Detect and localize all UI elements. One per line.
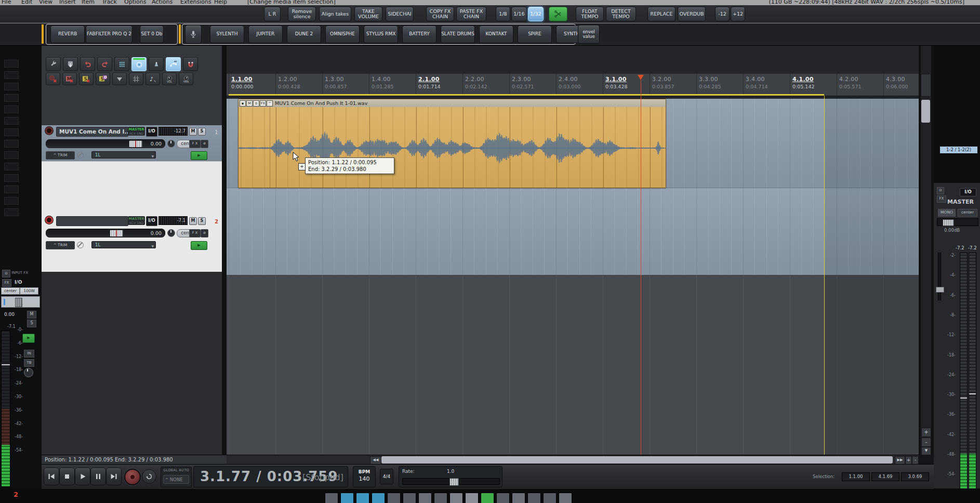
dock-button[interactable] [325,493,338,503]
io-button[interactable]: I/O [960,188,976,196]
route-button[interactable]: MASTER RCV SND [128,216,145,225]
width-box[interactable]: 100W [20,287,38,295]
fx-button[interactable]: FX [2,279,11,287]
menu-edit[interactable]: Edit [21,0,32,5]
toolbar-button-float-tempo[interactable]: FLOAT TEMPO [576,7,604,21]
fx-preset-jupiter[interactable]: JUPITER [248,25,283,43]
monitor-button[interactable]: ▶ [22,334,35,343]
toolbar-button-replace[interactable]: REPLACE [647,7,676,21]
toolbar-button-1-8[interactable]: 1/8 [496,7,510,21]
global-automation[interactable]: GLOBAL AUTO ^ NONE [161,467,192,487]
sync-icon-button[interactable] [131,57,147,71]
wrench-icon-button[interactable] [46,57,61,71]
menu-actions[interactable]: Actions [152,0,173,5]
stop-button[interactable] [59,468,75,485]
solo-button[interactable]: S [27,320,36,327]
panel-divider[interactable] [222,45,227,455]
fx-preset-stylus-rmx[interactable]: STYLUS RMX [364,25,398,43]
toolbar-button-overdub[interactable]: OVERDUB [678,7,706,21]
pan-knob[interactable] [167,140,175,148]
mini-track-slot[interactable] [4,197,19,205]
trim-button[interactable]: ^ TRIM [46,241,75,249]
strip-fader[interactable] [1,296,40,308]
toolbar-button-align-takes[interactable]: Align takes [319,7,351,21]
mic-button[interactable] [185,25,202,44]
grid-small-icon-button[interactable] [129,73,143,85]
item-button-4[interactable]: ^ [267,100,273,107]
dock-button[interactable] [481,493,494,503]
fader-thumb[interactable] [943,219,954,226]
io-label[interactable]: I/O [15,280,22,285]
fx-preset-omnisphe[interactable]: OMNISPHE [325,25,360,43]
arrange-view[interactable]: 1.1.000:00.0001.2.000:00.4281.3.000:00.8… [227,45,919,455]
item-button-2[interactable]: ≡ [253,100,259,107]
time-signature[interactable]: 4/4 [380,469,393,484]
menu-track[interactable]: Track [102,0,117,5]
hzoom-out-button[interactable]: - [912,456,919,465]
ruler-tick[interactable]: 3.2.000:03.857 [650,74,696,96]
ruler-tick[interactable]: 4.3.000:06.000 [883,74,919,96]
ruler-tick[interactable]: 1.4.000:01.285 [369,74,415,96]
mini-track-slot[interactable] [4,163,19,170]
media-item-header[interactable]: ▪M≡FX^ MUV1 Come On And Push It 1-01.wav [239,99,666,107]
time-selection-bar[interactable] [229,94,824,96]
toolbar-button--12[interactable]: -12 [715,7,730,21]
toolbar-button-1-16[interactable]: 1/16 [511,7,527,21]
envelope-points-icon-button[interactable] [166,57,181,71]
dock-button[interactable] [559,493,572,503]
redo-icon-button[interactable] [97,57,112,71]
grid-icon-button[interactable] [114,57,129,71]
ruler-tick[interactable]: 2.1.000:01.714 [416,74,462,96]
toolbar-button-copy-fx-chain[interactable]: COPY FX CHAIN [426,7,454,21]
toolbar-button-paste-fx-chain[interactable]: PASTE FX CHAIN [456,7,486,21]
dock-button[interactable] [543,493,557,503]
ruler-corner-button[interactable] [921,74,931,97]
volume-fader[interactable]: 0.00 [46,229,165,237]
solo-button[interactable]: S [198,217,206,225]
menu-options[interactable]: Options [124,0,146,5]
fx-preset-dune-2[interactable]: DUNE 2 [287,25,321,43]
fx-button[interactable]: FX [937,195,946,203]
ruler-tick[interactable]: 3.4.000:04.714 [743,74,789,96]
vertical-scrollbar[interactable]: + - ▼ [921,45,931,455]
ruler-tick[interactable]: 4.2.000:05.571 [837,74,883,96]
track-2-lane[interactable] [227,188,919,275]
route-button[interactable]: MASTER RCV SND [128,127,145,136]
mono-button[interactable]: MONO [938,209,956,217]
bpm-box[interactable]: BPM 140 [353,466,376,487]
menu-extensions[interactable]: Extensions [180,0,211,5]
scissors-button[interactable] [549,7,567,21]
record-arm-button[interactable] [45,127,53,135]
slider-thumb[interactable] [936,287,944,293]
item-button-1[interactable]: M [246,100,253,107]
rate-slider[interactable] [402,478,500,485]
mini-track-slot[interactable] [4,208,19,216]
rate-thumb[interactable] [449,478,459,486]
fx-preset-spire[interactable]: SPIRE [518,25,552,43]
toolbar-button-take-volume[interactable]: TAKE VOLUME [354,7,382,21]
pan-knob-icon-button[interactable]: PAN [179,73,193,85]
volume-fader[interactable]: 0.00 [46,139,165,148]
fx-preset-kontakt[interactable]: KONTAKT [479,25,513,43]
ruler-tick[interactable]: 1.1.000:00.000 [229,74,275,96]
rate-panel[interactable]: Rate: 1.0 [399,466,502,487]
menu-help[interactable]: Help [214,0,227,5]
talkback-button[interactable]: TB [24,359,34,367]
import-icon-button[interactable] [63,57,78,71]
mini-track-slot[interactable] [4,60,19,68]
ruler-tick[interactable]: 4.1.000:05.142 [790,74,836,96]
toolbar-button-remove-silence[interactable]: Remove silence [288,7,316,21]
fx-preset-set-0-db[interactable]: SET 0 Db [140,25,164,43]
zoom-out-button[interactable]: - [921,438,931,447]
go-to-start-button[interactable] [44,468,59,485]
input-select[interactable]: 1L [91,241,156,248]
envelope-value-button[interactable]: envel value [578,25,600,44]
mute-clear-icon-button[interactable]: M [62,73,77,85]
hardware-output-label[interactable]: 1-2 / 1-2(2) [940,147,977,153]
menu-view[interactable]: View [39,0,52,5]
solo-defeat-icon-button[interactable]: SD [96,73,110,85]
toolbar-button-l-r[interactable]: L R [264,7,281,21]
hzoom-in-button[interactable]: + [905,456,912,465]
mini-track-slot[interactable] [4,186,19,193]
dock-button[interactable] [372,493,385,503]
